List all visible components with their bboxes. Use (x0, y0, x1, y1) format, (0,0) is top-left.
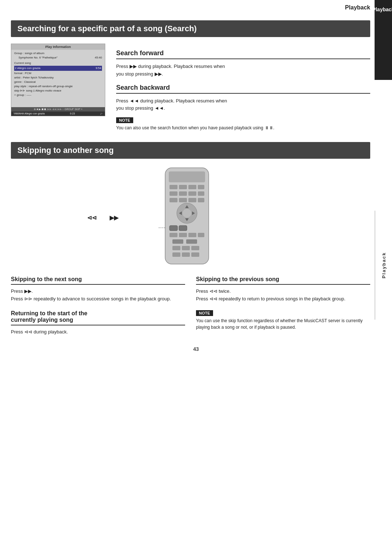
skip-next-col: Skipping to the next song Press ▶▶. Pres… (11, 276, 185, 339)
screen-genre: genre : Classical (14, 80, 102, 84)
search-backward-heading: Search backward (116, 84, 370, 94)
svg-rect-4 (188, 185, 196, 189)
right-tab: Playback (375, 0, 392, 80)
svg-rect-29 (182, 246, 190, 250)
search-note-text: You can also use the search function whe… (116, 125, 370, 131)
svg-rect-32 (182, 252, 190, 257)
svg-rect-11 (179, 198, 187, 202)
remote-label-right: ▶▶ (110, 214, 118, 221)
right-tab-title: Playback (371, 4, 392, 14)
skip-next-heading: Skipping to the next song (11, 276, 185, 285)
remote-area: ⊲⊲ ▶▶ (11, 166, 370, 269)
side-tab-label: Playback (381, 252, 387, 278)
svg-rect-7 (179, 191, 187, 196)
skip-note-label: NOTE (196, 310, 213, 316)
svg-rect-13 (198, 198, 204, 202)
svg-rect-3 (179, 185, 187, 189)
search-section-body: Play Information Group : songs of album … (11, 44, 370, 131)
returning-text: Press ⊲⊲ during playback. (11, 328, 185, 336)
skip-next-text: Press ▶▶. Press ⊳⊳ repeatedly to advance… (11, 288, 185, 303)
svg-rect-8 (188, 191, 196, 196)
svg-rect-33 (191, 252, 199, 257)
svg-rect-24 (188, 233, 196, 237)
search-note-label: NOTE (116, 117, 133, 123)
svg-rect-1 (169, 171, 205, 182)
remote-control-image (158, 166, 216, 269)
skip-previous-heading: Skipping to the previous song (196, 276, 370, 285)
svg-rect-2 (170, 185, 177, 189)
svg-rect-28 (172, 246, 180, 250)
screen-artist: artist : Peter Ilyich Tchaikovsky (14, 76, 102, 80)
screen-current-song-label: Current song (14, 61, 102, 65)
svg-rect-22 (170, 233, 177, 237)
search-backward-text: Press ◄◄ during playback. Playback resum… (116, 97, 370, 113)
skip-section-header: Skipping to another song (11, 142, 370, 159)
screen-image-area: Play Information Group : songs of album … (11, 44, 105, 131)
svg-rect-6 (170, 191, 177, 196)
screen-title: Play Information (11, 44, 105, 50)
search-forward-text: Press ▶▶ during playback. Playback resum… (116, 63, 370, 78)
search-descriptions: Search forward Press ▶▶ during playback.… (116, 44, 370, 131)
svg-rect-10 (170, 198, 177, 202)
search-note-box: NOTE You can also use the search functio… (116, 117, 370, 131)
remote-label-left: ⊲⊲ (87, 214, 97, 221)
screen-bottom-bar: YAMAHA Allegro con grazia 0:23 ♩·· (11, 112, 105, 116)
svg-rect-27 (186, 239, 197, 244)
screen-body: Group : songs of album Symphonie No. 6 "… (11, 50, 105, 107)
side-tab: Playback (375, 211, 392, 320)
svg-rect-30 (191, 246, 199, 250)
screen-skip: skip ⊳⊳ song ‡ Allegro molto vivace (14, 89, 102, 93)
screen-image: Play Information Group : songs of album … (11, 44, 105, 116)
screen-play-style: play style : repeat-off random-off group… (14, 84, 102, 89)
svg-rect-9 (198, 191, 204, 196)
svg-rect-12 (188, 198, 196, 202)
svg-rect-20 (170, 226, 177, 231)
svg-rect-25 (198, 233, 204, 237)
screen-group-skip: + group : ----- (14, 93, 102, 97)
svg-point-15 (183, 209, 191, 218)
screen-group: Group : songs of album Symphonie No. 6 "… (14, 51, 102, 60)
svg-rect-26 (172, 239, 183, 244)
skip-note-text: You can use the skip function regardless… (196, 317, 370, 331)
screen-nav-bar: ⊕ ■ ▶ ⏹⏹ ⊳⊳ ⊲⊲ ⊳⊳ ~ GROUP SKIP + (11, 107, 105, 112)
skip-previous-col: Skipping to the previous song Press ⊲⊲ t… (196, 276, 370, 339)
search-forward-heading: Search forward (116, 49, 370, 59)
svg-rect-31 (172, 252, 180, 257)
svg-rect-23 (179, 233, 187, 237)
page-number: 43 (0, 346, 392, 352)
screen-format: format : PCM (14, 71, 102, 76)
returning-heading: Returning to the start of the currently … (11, 310, 185, 325)
search-section-header: Searching for a specific part of a song … (11, 20, 370, 37)
skip-previous-text: Press ⊲⊲ twice. Press ⊲⊲ repeatedly to r… (196, 288, 370, 303)
svg-rect-21 (179, 226, 187, 231)
svg-rect-5 (198, 185, 204, 189)
playback-top-label: Playback (0, 0, 392, 13)
skip-columns: Skipping to the next song Press ▶▶. Pres… (11, 276, 370, 339)
screen-song-entry: 2 Allegro con grazia 9:54 (14, 66, 102, 71)
